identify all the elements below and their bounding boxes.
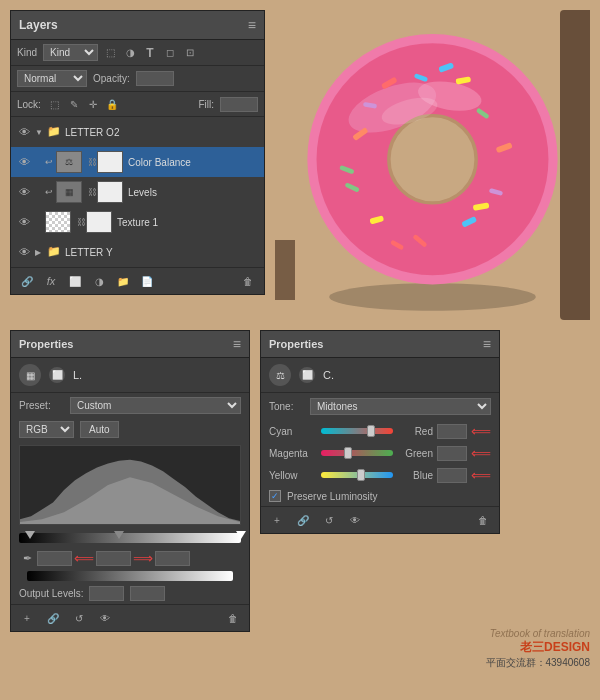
output-levels-label: Output Levels:: [19, 588, 83, 599]
link-chain-cb: ⛓: [87, 155, 97, 169]
cb-delete-btn[interactable]: 🗑: [475, 512, 491, 528]
expand-icon-o2[interactable]: ▼: [35, 128, 45, 137]
levels-reset-btn[interactable]: ↺: [71, 610, 87, 626]
thumb-mask-levels-inner: [98, 182, 122, 202]
blend-mode-select[interactable]: Normal: [17, 70, 87, 87]
output-black-input[interactable]: 0: [89, 586, 124, 601]
type-filter-icon[interactable]: T: [142, 45, 158, 61]
levels-add-btn[interactable]: +: [19, 610, 35, 626]
magenta-green-row: Magenta Green -19 ⟸: [261, 442, 499, 464]
layer-color-balance[interactable]: 👁 ↩ ⚖ ⛓ Color Balance: [11, 147, 264, 177]
expand-icon-y[interactable]: ▶: [35, 248, 45, 257]
pixel-filter-icon[interactable]: ⬚: [102, 45, 118, 61]
cyan-label: Cyan: [269, 426, 317, 437]
layer-name-tex: Texture 1: [117, 217, 258, 228]
adjustment-filter-icon[interactable]: ◑: [122, 45, 138, 61]
levels-delete-btn[interactable]: 🗑: [225, 610, 241, 626]
layers-footer: 🔗 fx ⬜ ◑ 📁 📄 🗑: [11, 267, 264, 294]
folder-icon-o2: 📁: [47, 125, 61, 139]
lock-transparent-icon[interactable]: ⬚: [47, 96, 63, 112]
new-folder-btn[interactable]: 📁: [115, 273, 131, 289]
yellow-blue-value[interactable]: +9: [437, 468, 467, 483]
yellow-blue-row: Yellow Blue +9 ⟸: [261, 464, 499, 486]
new-layer-btn[interactable]: 📄: [139, 273, 155, 289]
levels-input-slider-section: [11, 529, 249, 547]
fill-input[interactable]: 100%: [220, 97, 258, 112]
layer-name-y: LETTER Y: [65, 247, 258, 258]
output-gradient-track[interactable]: [27, 571, 233, 581]
cyan-red-row: Cyan Red +24 ⟸: [261, 420, 499, 442]
preserve-checkbox[interactable]: ✓: [269, 490, 281, 502]
kind-select[interactable]: Kind: [43, 44, 98, 61]
fx-btn[interactable]: fx: [43, 273, 59, 289]
levels-black-thumb[interactable]: [25, 531, 35, 539]
mask-btn[interactable]: ⬜: [67, 273, 83, 289]
histogram-svg: [20, 446, 240, 524]
delete-layer-btn[interactable]: 🗑: [240, 273, 256, 289]
shape-filter-icon[interactable]: ◻: [162, 45, 178, 61]
levels-mid-thumb[interactable]: [114, 531, 124, 539]
levels-mid-input[interactable]: 0.78: [96, 551, 131, 566]
yellow-blue-arrow: ⟸: [471, 467, 491, 483]
cb-visibility-btn[interactable]: 👁: [347, 512, 363, 528]
kind-label: Kind: [17, 47, 37, 58]
yellow-blue-thumb[interactable]: [357, 469, 365, 481]
cb-add-btn[interactable]: +: [269, 512, 285, 528]
link-layers-btn[interactable]: 🔗: [19, 273, 35, 289]
cyan-red-track[interactable]: [321, 428, 393, 434]
blend-opacity-bar: Normal Opacity: 100%: [11, 66, 264, 92]
levels-visibility-btn[interactable]: 👁: [97, 610, 113, 626]
layer-group-letter-o2[interactable]: 👁 ▼ 📁 LETTER O2: [11, 117, 264, 147]
lock-all-icon[interactable]: 🔒: [104, 96, 120, 112]
visibility-icon-o2[interactable]: 👁: [17, 125, 31, 139]
cyan-red-thumb[interactable]: [367, 425, 375, 437]
levels-black-arrow: ⟸: [74, 550, 94, 566]
panel-menu-icon[interactable]: ≡: [248, 17, 256, 33]
canvas-area: [275, 10, 590, 320]
layer-texture1[interactable]: 👁 ⛓ Texture 1: [11, 207, 264, 237]
visibility-icon-tex[interactable]: 👁: [17, 215, 31, 229]
cyan-red-value[interactable]: +24: [437, 424, 467, 439]
magenta-green-track[interactable]: [321, 450, 393, 456]
opacity-input[interactable]: 100%: [136, 71, 174, 86]
visibility-icon-levels[interactable]: 👁: [17, 185, 31, 199]
levels-menu-icon[interactable]: ≡: [233, 336, 241, 352]
cb-panel-footer: + 🔗 ↺ 👁 🗑: [261, 506, 499, 533]
magenta-green-thumb[interactable]: [344, 447, 352, 459]
red-label: Red: [397, 426, 433, 437]
levels-channel-select[interactable]: RGB: [19, 421, 74, 438]
cb-menu-icon[interactable]: ≡: [483, 336, 491, 352]
levels-output-row: Output Levels: 0 255: [11, 583, 249, 604]
lock-pixels-icon[interactable]: ✎: [66, 96, 82, 112]
thumb-tex: [45, 211, 71, 233]
layer-name-levels: Levels: [128, 187, 258, 198]
lock-position-icon[interactable]: ✛: [85, 96, 101, 112]
cb-tone-row: Tone: Midtones: [261, 393, 499, 420]
levels-input-track[interactable]: [19, 533, 241, 543]
adjustment-btn[interactable]: ◑: [91, 273, 107, 289]
levels-rgb-row: RGB Auto: [11, 418, 249, 441]
levels-white-input[interactable]: 255: [155, 551, 190, 566]
visibility-icon-y[interactable]: 👁: [17, 245, 31, 259]
black-eyedropper-icon[interactable]: ✒: [19, 550, 35, 566]
histogram-area: [19, 445, 241, 525]
cb-tone-select[interactable]: Midtones: [310, 398, 491, 415]
layer-group-letter-y[interactable]: 👁 ▶ 📁 LETTER Y: [11, 237, 264, 267]
levels-preset-select[interactable]: Custom: [70, 397, 241, 414]
levels-white-thumb[interactable]: [236, 531, 246, 539]
levels-link-btn[interactable]: 🔗: [45, 610, 61, 626]
properties-cb-panel: Properties ≡ ⚖ ⬜ C. Tone: Midtones Cyan …: [260, 330, 500, 534]
smart-filter-icon[interactable]: ⊡: [182, 45, 198, 61]
levels-black-input[interactable]: 13: [37, 551, 72, 566]
levels-auto-btn[interactable]: Auto: [80, 421, 119, 438]
green-label: Green: [397, 448, 433, 459]
output-white-input[interactable]: 255: [130, 586, 165, 601]
layers-list: 👁 ▼ 📁 LETTER O2 👁 ↩ ⚖ ⛓ Color Balance 👁 …: [11, 117, 264, 267]
cb-link-btn[interactable]: 🔗: [295, 512, 311, 528]
yellow-label: Yellow: [269, 470, 317, 481]
yellow-blue-track[interactable]: [321, 472, 393, 478]
magenta-green-value[interactable]: -19: [437, 446, 467, 461]
visibility-icon-cb[interactable]: 👁: [17, 155, 31, 169]
cb-reset-btn[interactable]: ↺: [321, 512, 337, 528]
layer-levels[interactable]: 👁 ↩ ▦ ⛓ Levels: [11, 177, 264, 207]
